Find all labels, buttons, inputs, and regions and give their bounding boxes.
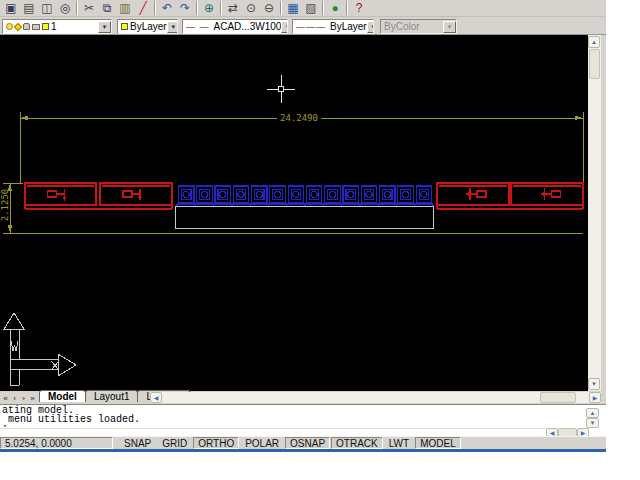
lineweight-combo[interactable]: ——— ByLayer ▾ <box>292 19 374 34</box>
match-properties-button[interactable]: ╱ <box>134 0 152 16</box>
redo-icon: ↷ <box>180 1 190 15</box>
properties-button[interactable]: ▧ <box>302 0 320 16</box>
lineweight-preview: ——— <box>296 22 326 32</box>
scroll-right-button[interactable]: ▶ <box>589 392 601 403</box>
status-bar: 5.0254, 0.0000 SNAPGRIDORTHOPOLAROSNAPOT… <box>0 436 606 449</box>
layer-lock-icon[interactable] <box>23 23 30 30</box>
base-plate <box>175 206 433 228</box>
cut-button[interactable]: ✂ <box>80 0 98 16</box>
toolbar-separator <box>154 1 156 15</box>
hscroll-thumb[interactable] <box>540 392 576 403</box>
zoom-previous-icon: ⊖ <box>264 1 274 15</box>
zoom-previous-button[interactable]: ⊖ <box>260 0 278 16</box>
tab-layout1[interactable]: Layout1 <box>85 390 139 402</box>
tab-model[interactable]: Model <box>39 390 86 402</box>
current-color-swatch <box>121 23 128 30</box>
crosshair-cursor <box>267 75 295 103</box>
tab-nav-next-button[interactable]: › <box>19 393 28 404</box>
dimension-width: 24.2490 <box>20 112 583 183</box>
plot-preview-button[interactable]: ◫ <box>38 0 56 16</box>
plot-style-value: ByColor <box>384 21 420 32</box>
paste-icon: ▥ <box>119 1 130 15</box>
redo-button[interactable]: ↷ <box>176 0 194 16</box>
color-combo[interactable]: ByLayer ▾ <box>117 19 178 34</box>
tab-nav: « ‹ › » <box>1 392 37 404</box>
plot-button[interactable]: ▤ <box>20 0 38 16</box>
command-scroll-up-button[interactable]: ▲ <box>586 408 599 418</box>
tab-nav-prev-button[interactable]: ‹ <box>10 393 19 404</box>
dimension-height: 2.1250 <box>0 183 23 233</box>
drawing-vscrollbar[interactable]: ▲ ▼ <box>588 35 601 391</box>
layer-dropdown-button[interactable]: ▾ <box>98 21 111 33</box>
toggle-snap[interactable]: SNAP <box>119 437 156 449</box>
drawing-hscrollbar[interactable]: ◀ ▶ <box>150 392 601 403</box>
properties-icon: ▧ <box>305 1 316 15</box>
toolbar-separator <box>322 1 324 15</box>
toolbar-separator <box>76 1 78 15</box>
find-button[interactable]: ◎ <box>56 0 74 16</box>
layer-freeze-icon[interactable] <box>14 22 22 30</box>
ucs-w-label <box>11 341 18 351</box>
layer-plot-icon[interactable] <box>32 24 40 30</box>
scroll-left-button[interactable]: ◀ <box>150 392 162 403</box>
zoom-realtime-icon: ⊙ <box>246 1 256 15</box>
match-properties-icon: ╱ <box>139 1 146 15</box>
pan-realtime-button[interactable]: ⇄ <box>224 0 242 16</box>
status-toggles: SNAPGRIDORTHOPOLAROSNAPOTRACKLWTMODEL <box>119 437 462 449</box>
toolbar-separator <box>196 1 198 15</box>
designcenter-button[interactable]: ▦ <box>284 0 302 16</box>
toggle-grid[interactable]: GRID <box>157 437 192 449</box>
scroll-up-button[interactable]: ▲ <box>588 36 600 48</box>
help-button[interactable]: ? <box>350 0 368 16</box>
undo-button[interactable]: ↶ <box>158 0 176 16</box>
pan-realtime-icon: ⇄ <box>228 1 238 15</box>
color-dropdown-button[interactable]: ▾ <box>167 21 178 33</box>
layer-on-icon[interactable] <box>6 23 13 30</box>
plot-style-dropdown-button: ▾ <box>443 21 456 33</box>
linetype-preview: — — <box>186 22 210 32</box>
toolbar-separator <box>220 1 222 15</box>
command-scroll-down-button[interactable]: ▼ <box>586 418 599 428</box>
autocad-window: ▣▤◫◎✂⧉▥╱↶↷⊕⇄⊙⊖▦▧●? 1 ▾ ByLayer ▾ — — ACA… <box>0 0 606 452</box>
coordinate-readout: 5.0254, 0.0000 <box>0 437 113 449</box>
toggle-osnap[interactable]: OSNAP <box>285 437 330 449</box>
undo-icon: ↶ <box>162 1 172 15</box>
paste-button[interactable]: ▥ <box>116 0 134 16</box>
scroll-down-button[interactable]: ▼ <box>588 378 600 390</box>
hyperlink-button[interactable]: ⊕ <box>200 0 218 16</box>
help-icon: ? <box>356 1 363 15</box>
toggle-ortho[interactable]: ORTHO <box>193 437 239 449</box>
tab-nav-last-button[interactable]: » <box>28 393 37 404</box>
toggle-otrack[interactable]: OTRACK <box>331 437 383 449</box>
zoom-realtime-button[interactable]: ⊙ <box>242 0 260 16</box>
linetype-combo[interactable]: — — ACAD...3W100 ▾ <box>182 19 288 34</box>
dim-height-label: 2.1250 <box>0 189 10 222</box>
linetype-value: ACAD...3W100 <box>214 21 282 32</box>
layer-color-swatch <box>42 23 49 30</box>
dim-width-label: 24.2490 <box>280 113 318 123</box>
lineweight-dropdown-button[interactable]: ▾ <box>367 21 374 33</box>
plot-preview-icon: ◫ <box>41 1 52 15</box>
command-window[interactable]: ating model. menu utilities loaded.: ▲ ▼… <box>0 404 606 436</box>
toggle-model[interactable]: MODEL <box>415 437 461 449</box>
active-assistance-icon: ● <box>331 1 338 15</box>
drawing-canvas[interactable]: 24.2490 2.1250 <box>0 35 588 391</box>
layer-combo[interactable]: 1 ▾ <box>2 19 112 34</box>
save-button[interactable]: ▣ <box>2 0 20 16</box>
tab-nav-first-button[interactable]: « <box>1 393 10 404</box>
linetype-dropdown-button[interactable]: ▾ <box>281 21 288 33</box>
standard-toolbar: ▣▤◫◎✂⧉▥╱↶↷⊕⇄⊙⊖▦▧●? <box>0 0 606 17</box>
toolbar-separator <box>346 1 348 15</box>
copy-button[interactable]: ⧉ <box>98 0 116 16</box>
layer-name: 1 <box>51 21 57 32</box>
window-bottom-edge <box>0 449 606 452</box>
toggle-polar[interactable]: POLAR <box>240 437 284 449</box>
toggle-lwt[interactable]: LWT <box>384 437 414 449</box>
save-icon: ▣ <box>5 1 16 15</box>
cut-icon: ✂ <box>84 1 94 15</box>
find-icon: ◎ <box>60 1 70 15</box>
copy-icon: ⧉ <box>103 1 112 15</box>
active-assistance-button[interactable]: ● <box>326 0 344 16</box>
vscroll-thumb[interactable] <box>589 49 600 79</box>
blue-module-row <box>177 186 433 207</box>
